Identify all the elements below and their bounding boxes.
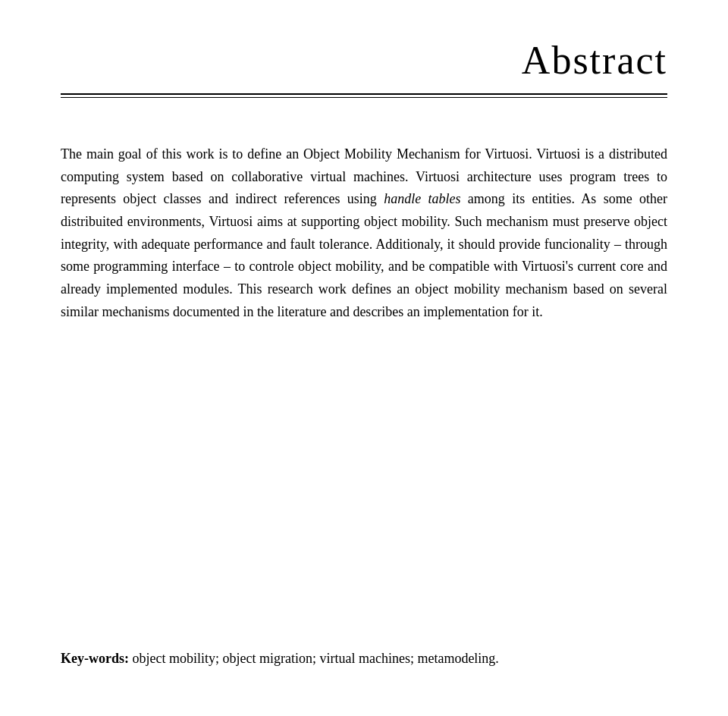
abstract-content: The main goal of this work is to define … [61, 143, 667, 324]
keywords-text: object mobility; object migration; virtu… [129, 651, 499, 666]
divider-thin [61, 97, 667, 98]
keywords-label: Key-words: [61, 651, 129, 666]
abstract-paragraph: The main goal of this work is to define … [61, 143, 667, 324]
page-title: Abstract [61, 38, 667, 83]
handle-tables-text: handle tables [384, 191, 460, 206]
abstract-text-main: The main goal of this work is to define … [61, 143, 667, 324]
title-section: Abstract [61, 30, 667, 89]
keywords-section: Key-words: object mobility; object migra… [61, 648, 667, 670]
divider-thick [61, 93, 667, 95]
